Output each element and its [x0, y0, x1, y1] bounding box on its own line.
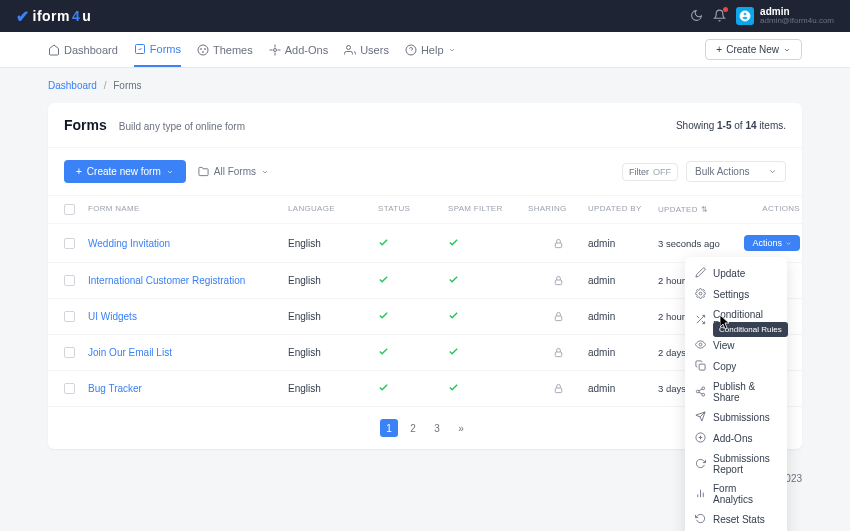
dropdown-item-submissions-report[interactable]: Submissions Report [685, 449, 787, 479]
dark-mode-icon[interactable] [690, 9, 703, 22]
nav-help[interactable]: Help [405, 32, 456, 67]
notification-bell-icon[interactable] [713, 9, 726, 22]
logo-check-icon: ✔ [16, 7, 30, 26]
svg-point-18 [699, 343, 702, 346]
breadcrumb-root[interactable]: Dashboard [48, 80, 97, 91]
form-name-link[interactable]: International Customer Registration [88, 275, 288, 286]
user-menu[interactable]: admin admin@iform4u.com [736, 6, 834, 26]
dropdown-item-reset-stats[interactable]: Reset Stats [685, 509, 787, 530]
dropdown-label: Publish & Share [713, 381, 777, 403]
svg-point-2 [198, 45, 208, 55]
svg-line-23 [699, 392, 702, 394]
col-updated-by[interactable]: UPDATED BY [588, 204, 658, 215]
dropdown-icon [695, 458, 706, 471]
svg-point-7 [347, 45, 351, 49]
row-updated-by: admin [588, 347, 658, 358]
nav-forms[interactable]: Forms [134, 32, 181, 67]
select-all-checkbox[interactable] [64, 204, 75, 215]
row-updated-at: 3 seconds ago [658, 238, 740, 249]
create-new-button[interactable]: + Create New [705, 39, 802, 60]
dropdown-item-publish-share[interactable]: Publish & Share [685, 377, 787, 407]
sharing-lock-icon [528, 238, 588, 249]
nav-users[interactable]: Users [344, 32, 389, 67]
dropdown-item-form-analytics[interactable]: Form Analytics [685, 479, 787, 509]
row-checkbox[interactable] [64, 311, 75, 322]
create-new-label: Create New [726, 44, 779, 55]
chevron-down-icon [261, 168, 269, 176]
page-»[interactable]: » [452, 419, 470, 437]
row-updated-by: admin [588, 238, 658, 249]
svg-rect-12 [555, 352, 561, 357]
page-subtitle: Build any type of online form [119, 121, 245, 132]
page-title: Forms [64, 117, 107, 133]
nav-addons[interactable]: Add-Ons [269, 32, 328, 67]
form-name-link[interactable]: UI Widgets [88, 311, 288, 322]
logo[interactable]: ✔ iform4u [16, 7, 91, 26]
spam-check-icon [448, 310, 528, 323]
filter-toggle[interactable]: Filter OFF [622, 163, 678, 181]
dropdown-icon [695, 488, 706, 501]
dropdown-item-settings[interactable]: Settings [685, 284, 787, 305]
avatar [736, 7, 754, 25]
page-2[interactable]: 2 [404, 419, 422, 437]
dropdown-item-copy[interactable]: Copy [685, 356, 787, 377]
dropdown-label: Reset Stats [713, 514, 765, 525]
form-name-link[interactable]: Bug Tracker [88, 383, 288, 394]
svg-rect-19 [699, 364, 705, 370]
topbar-right: admin admin@iform4u.com [690, 6, 834, 26]
nav-dashboard[interactable]: Dashboard [48, 32, 118, 67]
svg-point-6 [273, 48, 276, 51]
folder-filter[interactable]: All Forms [198, 166, 269, 177]
row-checkbox[interactable] [64, 275, 75, 286]
status-check-icon [378, 237, 448, 250]
page-1[interactable]: 1 [380, 419, 398, 437]
svg-point-4 [205, 48, 206, 49]
chevron-down-icon [448, 46, 456, 54]
bulk-actions-select[interactable]: Bulk Actions [686, 161, 786, 182]
dropdown-item-view[interactable]: View [685, 335, 787, 356]
row-actions-button[interactable]: Actions [744, 235, 800, 251]
svg-point-14 [699, 292, 702, 295]
col-name[interactable]: FORM NAME [88, 204, 288, 215]
dropdown-label: Settings [713, 289, 749, 300]
nav-label: Themes [213, 44, 253, 56]
row-checkbox[interactable] [64, 383, 75, 394]
nav-themes[interactable]: Themes [197, 32, 253, 67]
row-checkbox[interactable] [64, 238, 75, 249]
dropdown-label: Submissions [713, 412, 770, 423]
row-language: English [288, 238, 378, 249]
nav-label: Dashboard [64, 44, 118, 56]
row-checkbox[interactable] [64, 347, 75, 358]
folder-icon [198, 166, 209, 177]
svg-point-3 [201, 48, 202, 49]
sharing-lock-icon [528, 347, 588, 358]
navbar: Dashboard Forms Themes Add-Ons Users Hel… [0, 32, 850, 68]
svg-point-5 [203, 51, 204, 52]
status-check-icon [378, 274, 448, 287]
dropdown-label: Submissions Report [713, 453, 777, 475]
row-updated-by: admin [588, 311, 658, 322]
col-sharing[interactable]: SHARING [528, 204, 588, 215]
row-language: English [288, 383, 378, 394]
dropdown-item-update[interactable]: Update [685, 263, 787, 284]
col-status[interactable]: STATUS [378, 204, 448, 215]
nav-left: Dashboard Forms Themes Add-Ons Users Hel… [48, 32, 456, 67]
col-language[interactable]: LANGUAGE [288, 204, 378, 215]
dropdown-icon [695, 288, 706, 301]
dropdown-item-add-ons[interactable]: Add-Ons [685, 428, 787, 449]
card-header: Forms Build any type of online form Show… [48, 103, 802, 148]
col-updated-at[interactable]: UPDATED⇅ [658, 204, 740, 215]
form-name-link[interactable]: Wedding Invitation [88, 238, 288, 249]
dropdown-icon [695, 267, 706, 280]
sharing-lock-icon [528, 311, 588, 322]
form-name-link[interactable]: Join Our Email List [88, 347, 288, 358]
col-spam[interactable]: SPAM FILTER [448, 204, 528, 215]
dropdown-label: View [713, 340, 735, 351]
create-form-button[interactable]: + Create new form [64, 160, 186, 183]
spam-check-icon [448, 274, 528, 287]
sharing-lock-icon [528, 383, 588, 394]
spam-check-icon [448, 382, 528, 395]
dropdown-icon [695, 432, 706, 445]
page-3[interactable]: 3 [428, 419, 446, 437]
dropdown-item-submissions[interactable]: Submissions [685, 407, 787, 428]
